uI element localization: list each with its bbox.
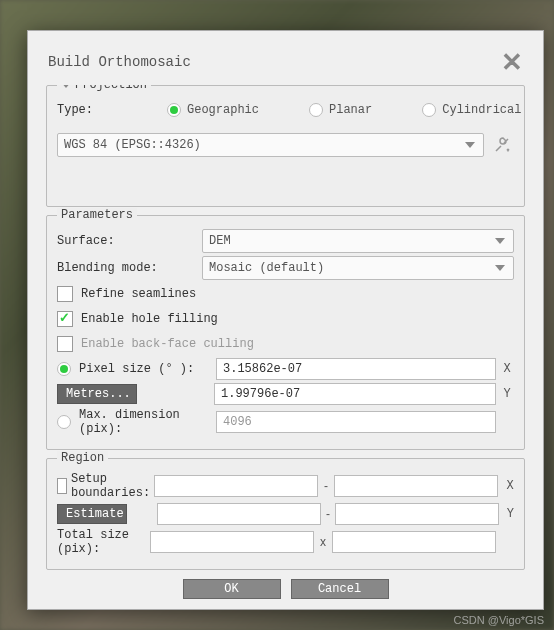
parameters-group: Parameters Surface: DEM Blending mode: M…: [46, 215, 525, 450]
title-bar: Build Orthomosaic ✕: [28, 31, 543, 85]
total-size-x-input[interactable]: [150, 531, 314, 553]
crs-combo[interactable]: WGS 84 (EPSG::4326): [57, 133, 484, 157]
projection-group: Projection Type: Geographic Planar Cyl: [46, 85, 525, 207]
backface-checkbox[interactable]: [57, 336, 73, 352]
pixel-size-radio[interactable]: [57, 362, 71, 376]
projection-group-title: Projection: [57, 85, 151, 92]
radio-dot-icon: [422, 103, 436, 117]
radio-planar[interactable]: Planar: [309, 103, 372, 117]
cancel-button[interactable]: Cancel: [291, 579, 389, 599]
dash-sep: -: [322, 479, 330, 493]
radio-dot-icon: [309, 103, 323, 117]
setup-boundaries-label: Setup boundaries:: [71, 472, 150, 500]
total-size-label: Total size (pix):: [57, 528, 146, 556]
parameters-group-title: Parameters: [57, 208, 137, 222]
boundary-x-min-input[interactable]: [154, 475, 318, 497]
boundary-x-max-input[interactable]: [334, 475, 498, 497]
radio-geographic[interactable]: Geographic: [167, 103, 259, 117]
max-dimension-row: Max. dimension (pix):: [57, 408, 514, 436]
total-size-row: Total size (pix): x: [57, 528, 514, 556]
x-sep: x: [318, 535, 328, 549]
region-group-title: Region: [57, 451, 108, 465]
hole-filling-row: Enable hole filling: [57, 308, 514, 330]
backface-row: Enable back-face culling: [57, 333, 514, 355]
estimate-button[interactable]: Estimate: [57, 504, 127, 524]
hole-filling-label: Enable hole filling: [81, 312, 218, 326]
refine-seamlines-row: Refine seamlines: [57, 283, 514, 305]
boundary-y-min-input[interactable]: [157, 503, 321, 525]
build-orthomosaic-dialog: Build Orthomosaic ✕ Projection Type: Geo…: [27, 30, 544, 610]
max-dimension-input[interactable]: [216, 411, 496, 433]
max-dimension-radio[interactable]: [57, 415, 71, 429]
radio-dot-icon: [167, 103, 181, 117]
backface-label: Enable back-face culling: [81, 337, 254, 351]
hole-filling-checkbox[interactable]: [57, 311, 73, 327]
metres-button[interactable]: Metres...: [57, 384, 137, 404]
suffix-x: X: [506, 479, 514, 493]
pixel-size-label: Pixel size (° ):: [79, 362, 216, 376]
estimate-row: Estimate - Y: [57, 503, 514, 525]
setup-boundaries-row: Setup boundaries: - X: [57, 472, 514, 500]
surface-row: Surface: DEM: [57, 229, 514, 253]
suffix-x: X: [500, 362, 514, 376]
surface-combo[interactable]: DEM: [202, 229, 514, 253]
dialog-footer: OK Cancel: [28, 573, 543, 609]
total-size-y-input[interactable]: [332, 531, 496, 553]
type-radio-group: Geographic Planar Cylindrical: [167, 103, 521, 117]
surface-label: Surface:: [57, 234, 202, 248]
type-row: Type: Geographic Planar Cylindrical: [57, 99, 514, 121]
wrench-icon: [493, 136, 511, 154]
disclosure-icon[interactable]: [61, 85, 71, 88]
region-group: Region Setup boundaries: - X Estimate - …: [46, 458, 525, 570]
boundary-y-max-input[interactable]: [335, 503, 499, 525]
radio-cylindrical[interactable]: Cylindrical: [422, 103, 521, 117]
blending-combo[interactable]: Mosaic (default): [202, 256, 514, 280]
setup-boundaries-checkbox[interactable]: [57, 478, 67, 494]
suffix-y: Y: [500, 387, 514, 401]
pixel-size-x-input[interactable]: [216, 358, 496, 380]
max-dimension-label: Max. dimension (pix):: [79, 408, 216, 436]
dash-sep: -: [325, 507, 331, 521]
crs-settings-button[interactable]: [490, 133, 514, 157]
crs-row: WGS 84 (EPSG::4326): [57, 133, 514, 157]
blending-label: Blending mode:: [57, 261, 202, 275]
suffix-y: Y: [507, 507, 514, 521]
pixel-size-y-input[interactable]: [214, 383, 496, 405]
type-label: Type:: [57, 103, 167, 117]
watermark: CSDN @Vigo*GIS: [454, 614, 544, 626]
pixel-size-y-row: Metres... Y: [57, 383, 514, 405]
close-icon[interactable]: ✕: [501, 49, 523, 75]
pixel-size-x-row: Pixel size (° ): X: [57, 358, 514, 380]
blending-row: Blending mode: Mosaic (default): [57, 256, 514, 280]
dialog-content: Projection Type: Geographic Planar Cyl: [28, 85, 543, 573]
refine-seamlines-checkbox[interactable]: [57, 286, 73, 302]
refine-seamlines-label: Refine seamlines: [81, 287, 196, 301]
dialog-title: Build Orthomosaic: [48, 54, 191, 70]
ok-button[interactable]: OK: [183, 579, 281, 599]
